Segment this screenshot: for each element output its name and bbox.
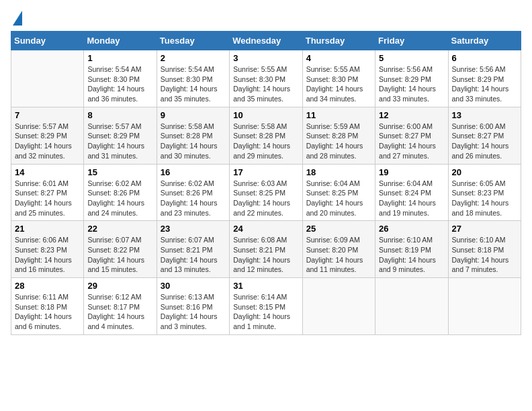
calendar-cell: 24Sunrise: 6:08 AM Sunset: 8:21 PM Dayli… — [230, 221, 302, 278]
day-number: 25 — [306, 224, 371, 234]
cell-content: Sunrise: 5:56 AM Sunset: 8:29 PM Dayligh… — [379, 64, 444, 104]
cell-content: Sunrise: 5:58 AM Sunset: 8:28 PM Dayligh… — [233, 122, 298, 161]
calendar-cell: 6Sunrise: 5:56 AM Sunset: 8:29 PM Daylig… — [448, 50, 521, 107]
calendar-cell: 23Sunrise: 6:07 AM Sunset: 8:21 PM Dayli… — [157, 221, 229, 278]
calendar-cell: 4Sunrise: 5:55 AM Sunset: 8:30 PM Daylig… — [302, 50, 375, 107]
cell-content: Sunrise: 5:55 AM Sunset: 8:30 PM Dayligh… — [306, 64, 371, 104]
calendar-cell: 11Sunrise: 5:59 AM Sunset: 8:28 PM Dayli… — [302, 107, 375, 164]
calendar-cell: 30Sunrise: 6:13 AM Sunset: 8:16 PM Dayli… — [157, 278, 229, 335]
cell-content: Sunrise: 6:12 AM Sunset: 8:17 PM Dayligh… — [87, 292, 152, 332]
calendar-cell: 17Sunrise: 6:03 AM Sunset: 8:25 PM Dayli… — [230, 164, 302, 221]
calendar-cell: 5Sunrise: 5:56 AM Sunset: 8:29 PM Daylig… — [375, 50, 448, 107]
cell-content: Sunrise: 5:54 AM Sunset: 8:30 PM Dayligh… — [87, 64, 152, 104]
day-number: 31 — [233, 281, 298, 291]
cell-content: Sunrise: 6:04 AM Sunset: 8:24 PM Dayligh… — [379, 179, 444, 218]
cell-content: Sunrise: 6:11 AM Sunset: 8:18 PM Dayligh… — [15, 292, 80, 332]
calendar-cell — [11, 50, 84, 107]
calendar-cell: 10Sunrise: 5:58 AM Sunset: 8:28 PM Dayli… — [230, 107, 302, 164]
cell-content: Sunrise: 5:59 AM Sunset: 8:28 PM Dayligh… — [306, 122, 371, 161]
logo-triangle-icon — [13, 11, 22, 26]
calendar-cell: 22Sunrise: 6:07 AM Sunset: 8:22 PM Dayli… — [84, 221, 157, 278]
day-number: 7 — [15, 110, 80, 120]
day-number: 13 — [452, 110, 517, 120]
cell-content: Sunrise: 6:00 AM Sunset: 8:27 PM Dayligh… — [452, 122, 517, 161]
cell-content: Sunrise: 6:04 AM Sunset: 8:25 PM Dayligh… — [306, 179, 371, 218]
day-number: 21 — [15, 224, 80, 234]
calendar-cell: 19Sunrise: 6:04 AM Sunset: 8:24 PM Dayli… — [375, 164, 448, 221]
header-cell-sunday: Sunday — [11, 32, 84, 50]
calendar-cell — [375, 278, 448, 335]
cell-content: Sunrise: 5:55 AM Sunset: 8:30 PM Dayligh… — [233, 64, 298, 104]
header-cell-saturday: Saturday — [448, 32, 521, 50]
calendar-cell: 28Sunrise: 6:11 AM Sunset: 8:18 PM Dayli… — [11, 278, 84, 335]
calendar-cell: 31Sunrise: 6:14 AM Sunset: 8:15 PM Dayli… — [230, 278, 302, 335]
calendar-cell: 7Sunrise: 5:57 AM Sunset: 8:29 PM Daylig… — [11, 107, 84, 164]
calendar-cell: 15Sunrise: 6:02 AM Sunset: 8:26 PM Dayli… — [84, 164, 157, 221]
page-header — [11, 11, 521, 24]
calendar-row-2: 14Sunrise: 6:01 AM Sunset: 8:27 PM Dayli… — [11, 164, 521, 221]
calendar-cell: 12Sunrise: 6:00 AM Sunset: 8:27 PM Dayli… — [375, 107, 448, 164]
cell-content: Sunrise: 6:14 AM Sunset: 8:15 PM Dayligh… — [233, 292, 298, 332]
day-number: 27 — [452, 224, 517, 234]
calendar-cell: 27Sunrise: 6:10 AM Sunset: 8:18 PM Dayli… — [448, 221, 521, 278]
header-cell-friday: Friday — [375, 32, 448, 50]
day-number: 20 — [452, 167, 517, 177]
day-number: 24 — [233, 224, 298, 234]
calendar-cell: 29Sunrise: 6:12 AM Sunset: 8:17 PM Dayli… — [84, 278, 157, 335]
day-number: 3 — [233, 53, 298, 63]
header-row: SundayMondayTuesdayWednesdayThursdayFrid… — [11, 32, 521, 50]
day-number: 22 — [87, 224, 152, 234]
cell-content: Sunrise: 6:05 AM Sunset: 8:23 PM Dayligh… — [452, 179, 517, 218]
logo — [11, 11, 22, 24]
day-number: 11 — [306, 110, 371, 120]
cell-content: Sunrise: 6:10 AM Sunset: 8:19 PM Dayligh… — [379, 235, 444, 275]
day-number: 29 — [87, 281, 152, 291]
cell-content: Sunrise: 5:54 AM Sunset: 8:30 PM Dayligh… — [161, 64, 226, 104]
cell-content: Sunrise: 6:00 AM Sunset: 8:27 PM Dayligh… — [379, 122, 444, 161]
header-cell-monday: Monday — [84, 32, 157, 50]
cell-content: Sunrise: 6:03 AM Sunset: 8:25 PM Dayligh… — [233, 179, 298, 218]
day-number: 10 — [233, 110, 298, 120]
day-number: 19 — [379, 167, 444, 177]
day-number: 8 — [87, 110, 152, 120]
day-number: 16 — [161, 167, 226, 177]
cell-content: Sunrise: 6:08 AM Sunset: 8:21 PM Dayligh… — [233, 235, 298, 275]
calendar-cell: 9Sunrise: 5:58 AM Sunset: 8:28 PM Daylig… — [157, 107, 229, 164]
cell-content: Sunrise: 5:56 AM Sunset: 8:29 PM Dayligh… — [452, 64, 517, 104]
calendar-row-1: 7Sunrise: 5:57 AM Sunset: 8:29 PM Daylig… — [11, 107, 521, 164]
day-number: 28 — [15, 281, 80, 291]
calendar-cell: 14Sunrise: 6:01 AM Sunset: 8:27 PM Dayli… — [11, 164, 84, 221]
day-number: 30 — [161, 281, 226, 291]
calendar-cell: 16Sunrise: 6:02 AM Sunset: 8:26 PM Dayli… — [157, 164, 229, 221]
calendar-cell: 8Sunrise: 5:57 AM Sunset: 8:29 PM Daylig… — [84, 107, 157, 164]
calendar-cell: 21Sunrise: 6:06 AM Sunset: 8:23 PM Dayli… — [11, 221, 84, 278]
calendar-cell — [302, 278, 375, 335]
day-number: 1 — [87, 53, 152, 63]
calendar-row-4: 28Sunrise: 6:11 AM Sunset: 8:18 PM Dayli… — [11, 278, 521, 335]
calendar-row-0: 1Sunrise: 5:54 AM Sunset: 8:30 PM Daylig… — [11, 50, 521, 107]
day-number: 17 — [233, 167, 298, 177]
day-number: 12 — [379, 110, 444, 120]
day-number: 23 — [161, 224, 226, 234]
cell-content: Sunrise: 5:57 AM Sunset: 8:29 PM Dayligh… — [87, 122, 152, 161]
cell-content: Sunrise: 6:07 AM Sunset: 8:21 PM Dayligh… — [161, 235, 226, 275]
day-number: 2 — [161, 53, 226, 63]
cell-content: Sunrise: 6:09 AM Sunset: 8:20 PM Dayligh… — [306, 235, 371, 275]
calendar-cell: 3Sunrise: 5:55 AM Sunset: 8:30 PM Daylig… — [230, 50, 302, 107]
cell-content: Sunrise: 5:58 AM Sunset: 8:28 PM Dayligh… — [161, 122, 226, 161]
cell-content: Sunrise: 6:01 AM Sunset: 8:27 PM Dayligh… — [15, 179, 80, 218]
cell-content: Sunrise: 5:57 AM Sunset: 8:29 PM Dayligh… — [15, 122, 80, 161]
cell-content: Sunrise: 6:13 AM Sunset: 8:16 PM Dayligh… — [161, 292, 226, 332]
cell-content: Sunrise: 6:10 AM Sunset: 8:18 PM Dayligh… — [452, 235, 517, 275]
day-number: 15 — [87, 167, 152, 177]
calendar-cell: 25Sunrise: 6:09 AM Sunset: 8:20 PM Dayli… — [302, 221, 375, 278]
cell-content: Sunrise: 6:07 AM Sunset: 8:22 PM Dayligh… — [87, 235, 152, 275]
calendar-row-3: 21Sunrise: 6:06 AM Sunset: 8:23 PM Dayli… — [11, 221, 521, 278]
day-number: 14 — [15, 167, 80, 177]
calendar-header: SundayMondayTuesdayWednesdayThursdayFrid… — [11, 32, 521, 50]
calendar-cell — [448, 278, 521, 335]
day-number: 9 — [161, 110, 226, 120]
cell-content: Sunrise: 6:02 AM Sunset: 8:26 PM Dayligh… — [87, 179, 152, 218]
calendar-cell: 13Sunrise: 6:00 AM Sunset: 8:27 PM Dayli… — [448, 107, 521, 164]
cell-content: Sunrise: 6:02 AM Sunset: 8:26 PM Dayligh… — [161, 179, 226, 218]
